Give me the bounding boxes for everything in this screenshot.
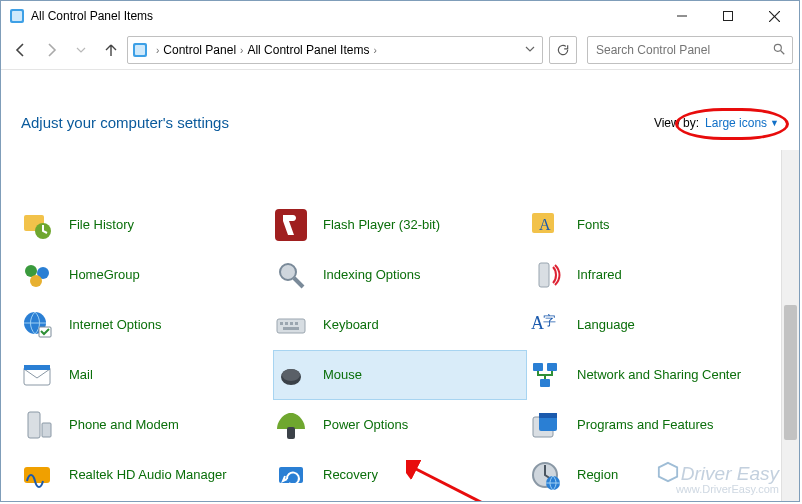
maximize-button[interactable]: [705, 1, 751, 31]
cp-item-homegroup[interactable]: HomeGroup: [19, 250, 273, 300]
cp-item-infrared[interactable]: Infrared: [527, 250, 781, 300]
cp-item-label: Region: [577, 468, 618, 483]
homegroup-icon: [19, 257, 55, 293]
power-icon: [273, 407, 309, 443]
svg-rect-35: [533, 363, 543, 371]
search-input[interactable]: [594, 42, 772, 58]
cp-item-file-history[interactable]: File History: [19, 200, 273, 250]
cp-item-label: Fonts: [577, 218, 610, 233]
chevron-right-icon[interactable]: ›: [240, 45, 243, 56]
control-panel-icon: [9, 8, 25, 24]
view-by-value: Large icons: [705, 116, 767, 130]
breadcrumb-seg-2[interactable]: All Control Panel Items: [247, 43, 369, 57]
svg-text:A: A: [539, 216, 551, 233]
page-heading: Adjust your computer's settings: [21, 114, 654, 131]
svg-rect-38: [28, 412, 40, 438]
cp-item-security[interactable]: Security and Maintenance: [273, 500, 527, 501]
svg-rect-7: [135, 45, 145, 55]
close-button[interactable]: [751, 1, 797, 31]
svg-rect-1: [12, 11, 22, 21]
cp-item-label: Internet Options: [69, 318, 162, 333]
svg-rect-43: [539, 413, 557, 418]
scrollbar[interactable]: [781, 150, 799, 501]
cp-item-mouse[interactable]: Mouse: [273, 350, 527, 400]
recovery-icon: [273, 457, 309, 493]
cp-item-label: HomeGroup: [69, 268, 140, 283]
recent-locations-button[interactable]: [67, 36, 95, 64]
cp-item-indexing[interactable]: Indexing Options: [273, 250, 527, 300]
svg-rect-40: [287, 427, 295, 439]
search-box[interactable]: [587, 36, 793, 64]
phone-icon: [19, 407, 55, 443]
window-frame: All Control Panel Items › Control Panel …: [0, 0, 800, 502]
cp-item-internet[interactable]: Internet Options: [19, 300, 273, 350]
breadcrumb-seg-1[interactable]: Control Panel: [163, 43, 236, 57]
svg-rect-24: [280, 322, 283, 325]
cp-item-programs[interactable]: Programs and Features: [527, 400, 781, 450]
cp-item-language[interactable]: A字Language: [527, 300, 781, 350]
svg-rect-20: [539, 263, 549, 287]
cp-item-label: Indexing Options: [323, 268, 421, 283]
control-panel-icon: [132, 42, 148, 58]
cp-item-fonts[interactable]: AFonts: [527, 200, 781, 250]
svg-rect-3: [724, 12, 733, 21]
cp-item-phone[interactable]: Phone and Modem: [19, 400, 273, 450]
keyboard-icon: [273, 307, 309, 343]
svg-rect-32: [24, 365, 50, 370]
cp-item-label: Mail: [69, 368, 93, 383]
cp-item-mail[interactable]: Mail: [19, 350, 273, 400]
address-bar[interactable]: › Control Panel › All Control Panel Item…: [127, 36, 543, 64]
cp-item-label: Flash Player (32-bit): [323, 218, 440, 233]
cp-item-region[interactable]: Region: [527, 450, 781, 500]
cp-item-label: Phone and Modem: [69, 418, 179, 433]
refresh-button[interactable]: [549, 36, 577, 64]
svg-text:字: 字: [543, 313, 556, 328]
svg-rect-27: [295, 322, 298, 325]
svg-rect-25: [285, 322, 288, 325]
cp-item-label: Power Options: [323, 418, 408, 433]
window-title: All Control Panel Items: [31, 9, 659, 23]
cp-item-flash[interactable]: Flash Player (32-bit): [273, 200, 527, 250]
network-icon: [527, 357, 563, 393]
mail-icon: [19, 357, 55, 393]
chevron-right-icon[interactable]: ›: [156, 45, 159, 56]
svg-point-8: [774, 44, 781, 51]
region-icon: [527, 457, 563, 493]
svg-point-18: [280, 264, 296, 280]
fonts-icon: A: [527, 207, 563, 243]
svg-point-17: [30, 275, 42, 287]
address-dropdown-button[interactable]: [522, 43, 538, 57]
cp-item-realtek[interactable]: Realtek HD Audio Manager: [19, 450, 273, 500]
back-button[interactable]: [7, 36, 35, 64]
subheader: Adjust your computer's settings View by:…: [1, 70, 799, 150]
internet-icon: [19, 307, 55, 343]
svg-rect-12: [275, 209, 307, 241]
cp-item-label: Keyboard: [323, 318, 379, 333]
cp-item-recovery[interactable]: Recovery: [273, 450, 527, 500]
cp-item-network[interactable]: Network and Sharing Center: [527, 350, 781, 400]
cp-item-remoteapp[interactable]: RemoteApp and Desktop Connections: [19, 500, 273, 501]
cp-item-power[interactable]: Power Options: [273, 400, 527, 450]
up-button[interactable]: [97, 36, 125, 64]
minimize-button[interactable]: [659, 1, 705, 31]
indexing-icon: [273, 257, 309, 293]
scrollbar-thumb[interactable]: [784, 305, 797, 440]
cp-item-sound[interactable]: Sound: [527, 500, 781, 501]
search-icon[interactable]: [772, 42, 786, 59]
forward-button[interactable]: [37, 36, 65, 64]
cp-item-label: File History: [69, 218, 134, 233]
cp-item-label: Infrared: [577, 268, 622, 283]
cp-item-label: Network and Sharing Center: [577, 368, 741, 383]
cp-item-keyboard[interactable]: Keyboard: [273, 300, 527, 350]
svg-rect-26: [290, 322, 293, 325]
realtek-icon: [19, 457, 55, 493]
language-icon: A字: [527, 307, 563, 343]
chevron-right-icon[interactable]: ›: [373, 45, 376, 56]
items-grid: File HistoryFlash Player (32-bit)AFontsH…: [19, 150, 781, 501]
svg-rect-28: [283, 327, 299, 330]
svg-rect-23: [277, 319, 305, 333]
svg-rect-39: [42, 423, 51, 437]
view-by-control: View by: Large icons ▼: [654, 116, 779, 130]
flash-icon: [273, 207, 309, 243]
view-by-dropdown[interactable]: Large icons ▼: [705, 116, 779, 130]
